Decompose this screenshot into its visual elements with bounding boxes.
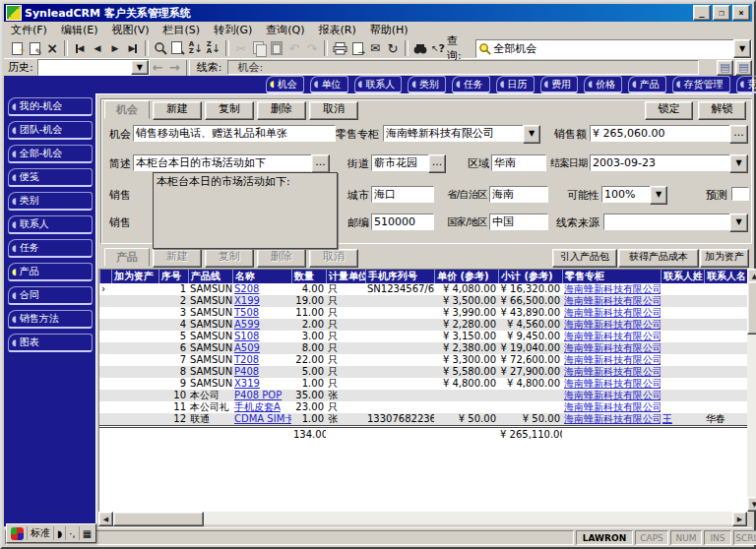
export-icon[interactable]: → bbox=[348, 39, 366, 57]
table-row[interactable]: 4SAMSUNGA5992.00只¥ 2,280.00¥ 4,560.00海南蜂… bbox=[99, 319, 748, 331]
menu-item[interactable]: 视图(V) bbox=[111, 23, 149, 37]
horizontal-scrollbar[interactable]: ◀ ▶ bbox=[98, 512, 747, 524]
summary-input[interactable]: 本柜台本日的市场活动如下 bbox=[133, 154, 314, 171]
vertical-scroll-thumb[interactable] bbox=[747, 281, 756, 335]
nav-tab-机会[interactable]: ◖机会 bbox=[266, 76, 304, 93]
column-header-7[interactable]: 手机序列号 bbox=[365, 270, 434, 283]
horizontal-scroll-thumb[interactable] bbox=[113, 512, 204, 526]
get-product-cost-button[interactable]: 获得产品成本 bbox=[618, 249, 699, 268]
nav-tab-竞争对手[interactable]: ◖竞争对手 bbox=[736, 76, 756, 93]
sidebar-item-产品[interactable]: ◖产品 bbox=[8, 263, 93, 281]
sidebar-item-全部-机会[interactable]: ◖全部-机会 bbox=[8, 145, 93, 163]
card-file-icon[interactable]: ▤ bbox=[717, 60, 733, 76]
opportunity-input[interactable]: 销售移动电话、赠送礼品和单张 bbox=[133, 125, 336, 142]
product-name-cell-link[interactable]: T208 bbox=[234, 354, 259, 365]
column-header-3[interactable]: 产品线 bbox=[188, 270, 232, 283]
column-header-9[interactable]: 小计 (参考) bbox=[498, 270, 562, 283]
ime-language-icon[interactable] bbox=[8, 526, 28, 540]
counter-cell-link[interactable]: 海南蜂新科技有限公司 bbox=[564, 366, 661, 377]
sales-amount-ellipsis-button[interactable]: ... bbox=[729, 125, 748, 144]
product-name-cell-link[interactable]: T508 bbox=[234, 307, 259, 318]
column-header-11[interactable]: 联系人姓 bbox=[661, 270, 704, 283]
unlock-button[interactable]: 解锁 bbox=[698, 101, 746, 120]
product-name-cell-link[interactable]: X319 bbox=[234, 378, 260, 389]
counter-cell-link[interactable]: 海南蜂新科技有限公司 bbox=[564, 307, 661, 318]
opportunity-cancel-button[interactable]: 取消 bbox=[309, 101, 358, 120]
import-product-package-button[interactable]: 引入产品包 bbox=[552, 249, 617, 268]
close-date-dropdown-button[interactable]: ▼ bbox=[729, 154, 748, 173]
find-icon[interactable] bbox=[411, 39, 429, 57]
product-name-cell-link[interactable]: A599 bbox=[234, 319, 260, 330]
counter-cell-link[interactable]: 海南蜂新科技有限公司 bbox=[564, 390, 661, 400]
nav-tab-类别[interactable]: ◖类别 bbox=[408, 76, 446, 93]
sidebar-item-销售方法[interactable]: ◖销售方法 bbox=[8, 310, 93, 329]
product-name-cell-link[interactable]: CDMA SIM卡 bbox=[234, 413, 291, 424]
column-header-5[interactable]: 数量 bbox=[291, 270, 326, 283]
table-row[interactable]: 8SAMSUNGP4085.00只¥ 5,580.00¥ 27,900.00海南… bbox=[99, 366, 748, 378]
table-row[interactable]: 11本公司礼手机皮套A23.00只海南蜂新科技有限公司 bbox=[99, 401, 748, 413]
forecast-checkbox[interactable] bbox=[731, 187, 749, 201]
opportunity-section-tab[interactable]: 机会 bbox=[104, 100, 150, 119]
table-row[interactable]: 2SAMSUNGX19919.00只¥ 3,500.00¥ 66,500.00海… bbox=[99, 295, 748, 307]
street-ellipsis-button[interactable]: ... bbox=[428, 154, 446, 173]
ime-softkeyboard-icon[interactable]: ▦ bbox=[80, 526, 94, 540]
nav-tab-产品[interactable]: ◖产品 bbox=[628, 76, 666, 93]
opportunity-delete-button[interactable]: 删除 bbox=[257, 101, 306, 120]
counter-cell-link[interactable]: 海南蜂新科技有限公司 bbox=[564, 283, 661, 294]
product-name-cell-link[interactable]: A509 bbox=[234, 342, 260, 353]
counter-cell-link[interactable]: 海南蜂新科技有限公司 bbox=[564, 342, 661, 353]
probability-input[interactable]: 100% bbox=[601, 186, 653, 203]
menu-item[interactable]: 查询(Q) bbox=[266, 23, 304, 37]
contact-last-cell-link[interactable]: 王 bbox=[662, 413, 672, 424]
ime-punctuation-icon[interactable]: ·, bbox=[66, 526, 79, 540]
menu-item[interactable]: 转到(G) bbox=[214, 23, 252, 37]
product-name-cell-link[interactable]: S208 bbox=[234, 283, 259, 294]
sales-amount-input[interactable]: ¥ 265,060.00 bbox=[590, 125, 731, 142]
last-record-icon[interactable]: ▶ bbox=[124, 39, 142, 57]
scroll-down-icon[interactable]: ▼ bbox=[747, 497, 756, 512]
retail-counter-dropdown-button[interactable]: ▼ bbox=[523, 125, 540, 144]
close-date-input[interactable]: 2003-09-23 bbox=[590, 154, 731, 171]
counter-cell-link[interactable]: 海南蜂新科技有限公司 bbox=[564, 401, 661, 412]
table-row[interactable]: 10本公司P408 POP35.00张海南蜂新科技有限公司 bbox=[99, 390, 748, 401]
refresh-icon[interactable]: ↻ bbox=[384, 39, 402, 57]
counter-cell-link[interactable]: 海南蜂新科技有限公司 bbox=[564, 413, 661, 424]
next-record-icon[interactable]: ▶ bbox=[106, 39, 124, 57]
menu-item[interactable]: 报表(R) bbox=[319, 23, 356, 37]
menu-item[interactable]: 帮助(H) bbox=[370, 23, 409, 37]
sidebar-item-我的-机会[interactable]: ◖我的-机会 bbox=[8, 97, 93, 116]
product-name-cell-link[interactable]: S108 bbox=[234, 331, 259, 341]
column-header-10[interactable]: 零售专柜 bbox=[562, 270, 661, 283]
history-back-icon[interactable]: ← bbox=[150, 60, 166, 75]
city-input[interactable]: 海口 bbox=[371, 186, 434, 203]
mail-icon[interactable]: ✉ bbox=[366, 39, 384, 57]
column-header-8[interactable]: 单价 (参考) bbox=[434, 270, 498, 283]
province-input[interactable]: 海南 bbox=[489, 186, 548, 203]
column-header-4[interactable]: 名称 bbox=[232, 270, 291, 283]
sidebar-item-图表[interactable]: ◖图表 bbox=[8, 334, 93, 352]
sidebar-item-联系人[interactable]: ◖联系人 bbox=[8, 215, 93, 234]
retail-counter-input[interactable]: 海南蜂新科技有限公司 bbox=[383, 125, 525, 142]
summary-ellipsis-button[interactable]: ... bbox=[311, 154, 330, 173]
zip-input[interactable]: 510000 bbox=[371, 214, 434, 230]
table-row[interactable]: 3SAMSUNGT50811.00只¥ 3,990.00¥ 43,890.00海… bbox=[99, 307, 748, 319]
table-row[interactable]: ›1SAMSUNGS2084.00只SN1234567/68/¥ 4,080.0… bbox=[99, 283, 748, 295]
sidebar-item-便笺[interactable]: ◖便笺 bbox=[8, 168, 93, 187]
product-section-tab[interactable]: 产品 bbox=[104, 248, 150, 267]
edit-record-icon[interactable]: ✎ bbox=[26, 39, 43, 57]
first-record-icon[interactable]: ◀ bbox=[71, 39, 89, 57]
lock-button[interactable]: 锁定 bbox=[645, 101, 693, 120]
sidebar-item-合同[interactable]: ◖合同 bbox=[8, 286, 93, 305]
nav-tab-联系人[interactable]: ◖联系人 bbox=[354, 76, 403, 93]
menu-item[interactable]: 编辑(E) bbox=[61, 23, 98, 37]
delete-record-icon[interactable]: × bbox=[43, 39, 61, 57]
street-input[interactable]: 蕲市花园 bbox=[371, 154, 430, 171]
sidebar-item-类别[interactable]: ◖类别 bbox=[8, 192, 93, 211]
nav-tab-费用[interactable]: ◖费用 bbox=[540, 76, 579, 93]
column-header-12[interactable]: 联系人名 bbox=[704, 270, 746, 283]
query-dropdown-button[interactable]: ▼ bbox=[733, 39, 751, 58]
table-row[interactable]: 7SAMSUNGT20822.00只¥ 3,300.00¥ 72,600.00海… bbox=[99, 354, 748, 366]
add-as-asset-button[interactable]: 加为资产 bbox=[700, 249, 749, 268]
history-forward-icon[interactable]: → bbox=[166, 60, 183, 75]
vertical-scrollbar[interactable]: ▲ ▼ bbox=[747, 269, 756, 512]
